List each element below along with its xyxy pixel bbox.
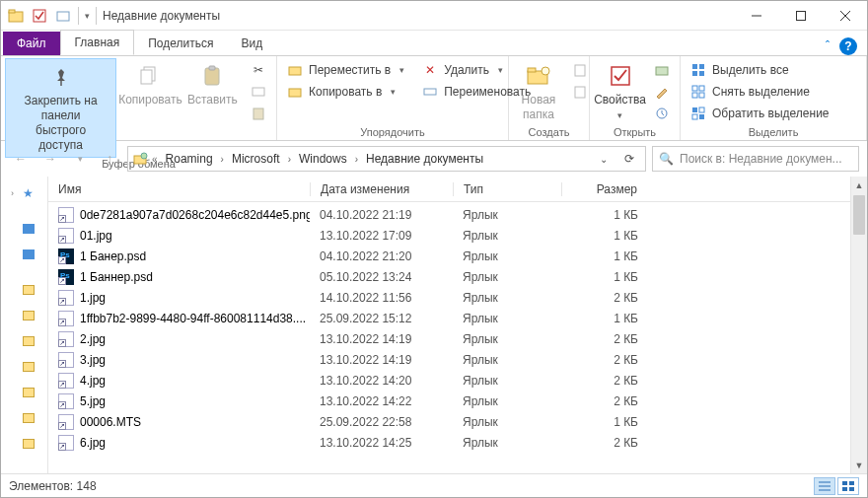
svg-rect-35 [699, 107, 704, 112]
file-name: 5.jpg [80, 394, 106, 408]
chevron-right-icon[interactable]: « [150, 154, 160, 165]
file-row[interactable]: ↗1 Баннер.psd05.10.2022 13:24Ярлык1 КБ [48, 266, 850, 287]
refresh-button[interactable]: ⟳ [617, 152, 641, 166]
paste-button[interactable]: Вставить [184, 58, 241, 111]
file-row[interactable]: ↗4.jpg13.10.2022 14:20Ярлык2 КБ [48, 370, 850, 391]
select-none-button[interactable]: Снять выделение [685, 82, 835, 102]
copy-path-button[interactable] [245, 82, 272, 102]
nav-item[interactable] [1, 244, 47, 265]
paste-icon [198, 62, 226, 90]
file-row[interactable]: ↗6.jpg13.10.2022 14:25Ярлык2 КБ [48, 432, 850, 453]
breadcrumb[interactable]: Windows [295, 152, 351, 166]
column-name[interactable]: Имя [48, 182, 310, 196]
file-type: Ярлык [453, 332, 561, 346]
thumbnails-view-button[interactable] [837, 477, 859, 495]
file-row[interactable]: ↗0de7281a907a7d0268c204e6c82d44e5.png04.… [48, 204, 850, 225]
scroll-down-button[interactable]: ▼ [851, 457, 867, 473]
up-button[interactable]: ↑ [98, 147, 121, 171]
scroll-thumb[interactable] [853, 195, 865, 235]
file-size: 2 КБ [561, 291, 650, 305]
file-type: Ярлык [453, 353, 561, 367]
nav-item[interactable] [1, 218, 47, 240]
search-box[interactable]: 🔍 Поиск в: Недавние докумен... [652, 146, 859, 172]
nav-folder[interactable] [1, 407, 47, 429]
file-icon: ↗ [58, 352, 74, 368]
cut-button[interactable]: ✂ [245, 60, 272, 80]
edit-button[interactable] [648, 82, 676, 102]
file-icon: ↗ [58, 331, 74, 347]
file-row[interactable]: ↗2.jpg13.10.2022 14:19Ярлык2 КБ [48, 328, 850, 349]
file-row[interactable]: ↗1 Банер.psd04.10.2022 21:20Ярлык1 КБ [48, 246, 850, 266]
column-headers[interactable]: Имя Дата изменения Тип Размер [48, 177, 850, 202]
forward-button[interactable]: → [38, 147, 62, 171]
file-type: Ярлык [453, 415, 561, 429]
file-row[interactable]: ↗01.jpg13.10.2022 17:09Ярлык1 КБ [48, 225, 850, 246]
select-all-button[interactable]: Выделить все [685, 60, 835, 80]
nav-folder[interactable] [1, 433, 47, 455]
file-row[interactable]: ↗3.jpg13.10.2022 14:19Ярлык2 КБ [48, 349, 850, 370]
file-date: 14.10.2022 11:56 [310, 291, 453, 305]
nav-folder[interactable] [1, 330, 47, 352]
copy-to-icon [287, 84, 303, 100]
chevron-right-icon[interactable]: › [286, 154, 293, 165]
new-folder-button[interactable]: Новая папка [513, 58, 564, 126]
nav-quick-access[interactable]: ›★ [1, 182, 47, 204]
qat-properties-icon[interactable] [31, 7, 48, 25]
file-size: 1 КБ [561, 249, 650, 263]
tab-file[interactable]: Файл [3, 32, 60, 55]
file-name: 1ffbb7b2-9899-4480-94ff-860081114d38.... [80, 312, 306, 325]
close-button[interactable] [823, 1, 867, 30]
properties-button[interactable]: Свойства ▾ [594, 58, 646, 125]
vertical-scrollbar[interactable]: ▲ ▼ [850, 177, 867, 473]
file-row[interactable]: ↗1ffbb7b2-9899-4480-94ff-860081114d38...… [48, 308, 850, 328]
copy-button[interactable]: Копировать [116, 58, 183, 111]
file-row[interactable]: ↗1.jpg14.10.2022 11:56Ярлык2 КБ [48, 287, 850, 308]
file-icon: ↗ [58, 269, 74, 285]
paste-shortcut-button[interactable] [245, 104, 272, 123]
tab-view[interactable]: Вид [227, 32, 276, 55]
file-size: 1 КБ [561, 312, 650, 325]
copy-to-button[interactable]: Копировать в [281, 82, 410, 102]
qat-dropdown-icon[interactable]: ▾ [85, 11, 90, 21]
recent-locations-button[interactable]: ▾ [68, 147, 92, 171]
nav-folder[interactable] [1, 279, 47, 301]
open-button[interactable] [648, 60, 676, 80]
tab-share[interactable]: Поделиться [134, 32, 227, 55]
column-date[interactable]: Дата изменения [310, 182, 453, 196]
nav-folder[interactable] [1, 305, 47, 326]
window-title: Недавние документы [97, 9, 220, 23]
maximize-button[interactable] [778, 1, 823, 30]
invert-selection-button[interactable]: Обратить выделение [685, 104, 835, 123]
breadcrumb[interactable]: Roaming [162, 152, 217, 166]
svg-rect-10 [141, 70, 152, 84]
explorer-icon [7, 7, 25, 25]
back-button[interactable]: ← [9, 147, 33, 171]
copy-icon [136, 62, 164, 90]
history-button[interactable] [648, 104, 676, 123]
tab-home[interactable]: Главная [60, 30, 135, 55]
breadcrumb[interactable]: Недавние документы [362, 152, 487, 166]
search-icon: 🔍 [659, 152, 674, 166]
nav-folder[interactable] [1, 356, 47, 378]
qat-newfolder-icon[interactable] [54, 7, 72, 25]
scroll-up-button[interactable]: ▲ [851, 177, 867, 193]
help-icon[interactable]: ? [839, 37, 857, 55]
address-dropdown-button[interactable]: ⌄ [592, 154, 615, 165]
nav-folder[interactable] [1, 382, 47, 403]
navigation-pane[interactable]: ›★ [1, 177, 48, 473]
file-type: Ярлык [453, 374, 561, 388]
breadcrumb[interactable]: Microsoft [228, 152, 284, 166]
chevron-right-icon[interactable]: › [353, 154, 360, 165]
column-size[interactable]: Размер [561, 182, 650, 196]
move-to-icon [287, 62, 303, 78]
minimize-button[interactable] [734, 1, 778, 30]
column-type[interactable]: Тип [453, 182, 561, 196]
address-bar[interactable]: « Roaming › Microsoft › Windows › Недавн… [127, 146, 646, 172]
file-row[interactable]: ↗5.jpg13.10.2022 14:22Ярлык2 КБ [48, 391, 850, 411]
svg-point-39 [141, 153, 147, 159]
collapse-ribbon-icon[interactable]: ˆ [826, 39, 830, 53]
file-row[interactable]: ↗00006.MTS25.09.2022 22:58Ярлык1 КБ [48, 411, 850, 432]
chevron-right-icon[interactable]: › [219, 154, 226, 165]
details-view-button[interactable] [814, 477, 835, 495]
move-to-button[interactable]: Переместить в [281, 60, 410, 80]
